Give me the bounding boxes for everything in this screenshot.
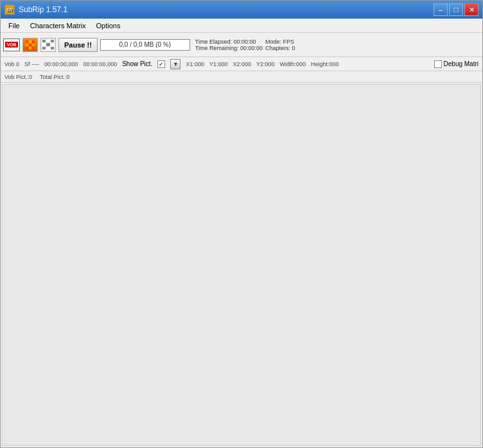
pict-nav-button[interactable]: ▼	[170, 59, 180, 69]
matrix-icon	[22, 38, 38, 52]
show-pict-checkbox-container	[157, 60, 165, 68]
sub-toolbar: Vob 0 Sf ---- 00:00:00,000 00:00:00,000 …	[1, 57, 482, 71]
chapters-label: Chapters:	[265, 45, 290, 51]
sf-label: Sf ----	[24, 61, 39, 67]
debug-label: Debug Matri	[444, 60, 479, 67]
time-start: 00:00:00,000	[44, 61, 78, 67]
show-pict-checkbox[interactable]	[157, 60, 165, 68]
y2-coord: Y2:000	[256, 61, 275, 67]
time-elapsed-value: 00:00:00	[234, 39, 256, 45]
main-window: SR SubRip 1.57.1 – □ ✕ File Characters M…	[0, 0, 483, 448]
time-elapsed-row: Time Elapsed: 00:00:00	[195, 39, 263, 45]
menu-bar: File Characters Matrix Options	[1, 19, 482, 33]
mode-row: Mode: FPS	[265, 39, 295, 45]
menu-characters[interactable]: Characters Matrix	[25, 21, 91, 31]
vob-icon: VOB	[3, 39, 20, 51]
height-info: Height:000	[311, 61, 339, 67]
chapters-value: 0	[292, 45, 295, 51]
pause-button[interactable]: Pause !!	[58, 38, 98, 52]
close-button[interactable]: ✕	[464, 3, 479, 16]
time-elapsed-label: Time Elapsed:	[195, 39, 232, 45]
grid-icon	[40, 38, 56, 52]
debug-checkbox[interactable]	[434, 60, 442, 68]
total-pict-label: Total Pict.:0	[40, 74, 70, 80]
progress-text: 0,0 / 0,0 MB (0 %)	[119, 41, 171, 48]
time-end: 00:00:00,000	[83, 61, 118, 67]
main-content-area	[2, 84, 481, 446]
vob-counter: Vob 0	[4, 61, 19, 67]
time-info: Time Elapsed: 00:00:00 Time Remaining: 0…	[195, 39, 263, 51]
show-pict-label: Show Pict.	[122, 60, 152, 67]
progress-bar-container: 0,0 / 0,0 MB (0 %)	[100, 39, 190, 51]
title-bar: SR SubRip 1.57.1 – □ ✕	[1, 1, 482, 19]
x1-coord: X1:000	[186, 61, 204, 67]
window-title: SubRip 1.57.1	[19, 5, 434, 14]
app-icon: SR	[4, 4, 15, 15]
time-remaining-label: Time Remaining:	[195, 45, 239, 51]
pict-toolbar: Vob Pict.:0 Total Pict.:0	[1, 71, 482, 83]
menu-file[interactable]: File	[3, 21, 25, 31]
vob-pict-label: Vob Pict.:0	[4, 74, 32, 80]
chapters-row: Chapters: 0	[265, 45, 295, 51]
time-remaining-row: Time Remaining: 00:00:00	[195, 45, 263, 51]
debug-container: Debug Matri	[434, 60, 479, 68]
mode-value: FPS	[283, 39, 295, 45]
mode-info: Mode: FPS Chapters: 0	[265, 39, 295, 51]
menu-options[interactable]: Options	[91, 21, 126, 31]
time-remaining-value: 00:00:00	[240, 45, 263, 51]
window-controls: – □ ✕	[434, 3, 479, 16]
minimize-button[interactable]: –	[434, 3, 448, 16]
x2-coord: X2:000	[233, 61, 251, 67]
main-toolbar: VOB	[1, 33, 482, 57]
width-info: Width:000	[280, 61, 306, 67]
y1-coord: Y1:000	[209, 61, 228, 67]
mode-label: Mode:	[265, 39, 281, 45]
maximize-button[interactable]: □	[449, 3, 463, 16]
